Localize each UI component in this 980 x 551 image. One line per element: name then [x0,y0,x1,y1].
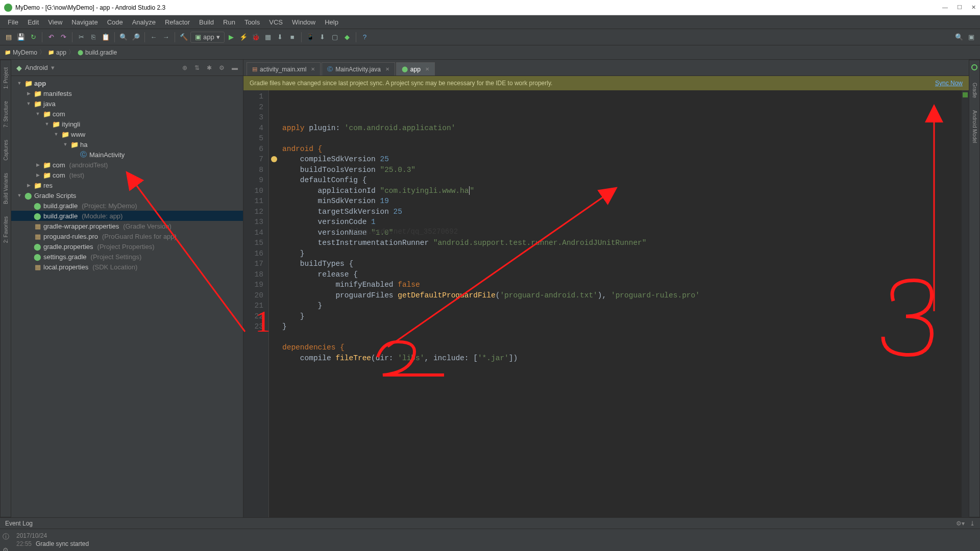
open-icon[interactable]: ▤ [3,32,14,43]
stop-icon[interactable]: ■ [287,32,298,43]
tree-node[interactable]: ▶📁com(androidTest) [11,160,243,170]
menu-window[interactable]: Window [287,16,320,28]
close-tab-icon[interactable]: ✕ [311,66,315,72]
maximize-button[interactable]: ☐ [957,4,962,11]
tree-node[interactable]: ▼📁java [11,98,243,109]
tree-node[interactable]: ⬤settings.gradle(Project Settings) [11,252,243,262]
minimize-button[interactable]: — [942,4,948,11]
copy-icon[interactable]: ⎘ [88,32,99,43]
project-tree[interactable]: ▼📁app▶📁manifests▼📁java▼📁com▼📁ityingli▼📁w… [11,76,243,517]
apply-changes-icon[interactable]: ⚡ [238,32,249,43]
hide-panel-icon[interactable]: ⤓ [970,520,975,527]
tree-node[interactable]: ⬤build.gradle(Module: app) [11,211,243,221]
left-tab-favorites[interactable]: 2: Favorites [2,213,10,246]
tree-node[interactable]: ⬤gradle.properties(Project Properties) [11,241,243,252]
tree-node[interactable]: ▼📁ha [11,139,243,149]
run-config-select[interactable]: ▣ app ▾ [190,32,225,43]
menu-vcs[interactable]: VCS [264,16,287,28]
breadcrumb-item[interactable]: 📁MyDemo [4,49,37,56]
menu-edit[interactable]: Edit [23,16,43,28]
save-icon[interactable]: 💾 [15,32,27,43]
menu-run[interactable]: Run [218,16,240,28]
menu-build[interactable]: Build [194,16,218,28]
close-button[interactable]: ✕ [971,4,976,11]
menu-code[interactable]: Code [103,16,128,28]
info-icon[interactable]: ⓘ [3,532,9,541]
target-icon[interactable]: ⊕ [182,64,187,71]
breadcrumb-item[interactable]: 📁app [47,49,66,56]
inspection-ok-icon[interactable] [963,92,968,97]
chevron-down-icon[interactable]: ▾ [51,64,55,71]
menu-file[interactable]: File [3,16,23,28]
code-text[interactable]: blog.csdn.net/qq_35270692 apply plugin: … [279,90,962,517]
tree-node[interactable]: ▦proguard-rules.pro(ProGuard Rules for a… [11,231,243,241]
project-view-select[interactable]: Android [25,64,48,71]
left-tab-structure[interactable]: 7: Structure [2,98,10,131]
tree-node[interactable]: ⒸMainActivity [11,149,243,160]
expand-arrow-icon[interactable]: ▼ [16,193,22,198]
menu-analyze[interactable]: Analyze [128,16,160,28]
debug-icon[interactable]: 🐞 [250,32,261,43]
menu-view[interactable]: View [43,16,67,28]
tree-node[interactable]: ▼📁ityingli [11,119,243,129]
gear-icon[interactable]: ⚙ [219,64,225,71]
help-icon[interactable]: ? [359,32,371,43]
tree-node[interactable]: ▼📁com [11,109,243,119]
breadcrumb-item[interactable]: ⬤build.gradle [77,49,117,56]
right-tab-android-model[interactable]: Android Model [971,107,978,146]
attach-icon[interactable]: ⬇ [275,32,286,43]
back-icon[interactable]: ← [148,32,159,43]
menu-navigate[interactable]: Navigate [67,16,102,28]
menu-refactor[interactable]: Refactor [160,16,194,28]
search-everywhere-icon[interactable]: 🔍 [953,32,965,43]
menu-tools[interactable]: Tools [240,16,264,28]
undo-icon[interactable]: ↶ [45,32,57,43]
profile-icon[interactable]: ▦ [262,32,274,43]
tree-node[interactable]: ▼📁www [11,129,243,139]
code-editor[interactable]: 1234567891011121314151617181920212223 bl… [243,90,969,517]
paste-icon[interactable]: 📋 [100,32,111,43]
tree-node[interactable]: ▦gradle-wrapper.properties(Gradle Versio… [11,221,243,231]
tree-node[interactable]: ⬤build.gradle(Project: MyDemo) [11,201,243,211]
close-tab-icon[interactable]: ✕ [425,66,429,72]
sync-now-link[interactable]: Sync Now [935,80,963,87]
gear-icon[interactable]: ⚙▾ [956,520,965,527]
expand-arrow-icon[interactable]: ▼ [35,111,41,116]
redo-icon[interactable]: ↷ [58,32,69,43]
menu-help[interactable]: Help [320,16,343,28]
intention-bulb-icon[interactable] [271,156,277,162]
editor-tab[interactable]: ⬤app✕ [396,62,435,76]
expand-arrow-icon[interactable]: ▼ [16,81,22,86]
tree-node[interactable]: ▶📁res [11,180,243,190]
expand-arrow-icon[interactable]: ▼ [26,101,32,106]
tree-node[interactable]: ▦local.properties(SDK Location) [11,262,243,272]
run-icon[interactable]: ▶ [226,32,237,43]
android-icon[interactable]: ◆ [341,32,353,43]
make-icon[interactable]: 🔨 [178,32,189,43]
gradle-sync-status-icon[interactable] [971,64,977,70]
tool-windows-icon[interactable]: ▣ [966,32,977,43]
cut-icon[interactable]: ✂ [76,32,87,43]
expand-arrow-icon[interactable]: ▼ [53,132,59,137]
expand-arrow-icon[interactable]: ▶ [35,162,41,167]
editor-tab[interactable]: ▤activity_main.xml✕ [247,62,321,76]
settings-icon[interactable]: ⚙ [3,546,9,551]
left-tab-build-variants[interactable]: Build Variants [2,170,10,207]
line-gutter[interactable]: 1234567891011121314151617181920212223 [243,90,269,517]
tree-node[interactable]: ▶📁com(test) [11,170,243,180]
sort-icon[interactable]: ⇅ [194,64,200,71]
expand-arrow-icon[interactable]: ▼ [62,142,68,147]
left-tab-captures[interactable]: Captures [2,137,10,164]
tree-node[interactable]: ▼📁app [11,78,243,88]
filter-icon[interactable]: ✱ [207,64,212,71]
avd-icon[interactable]: 📱 [305,32,316,43]
forward-icon[interactable]: → [160,32,172,43]
event-log-text[interactable]: 2017/10/2422:55Gradle sync started22:55G… [11,529,980,551]
close-tab-icon[interactable]: ✕ [385,66,389,72]
editor-tab[interactable]: ⒸMainActivity.java✕ [322,62,395,76]
sync-icon[interactable]: ↻ [28,32,39,43]
replace-icon[interactable]: 🔎 [130,32,141,43]
find-icon[interactable]: 🔍 [118,32,129,43]
expand-arrow-icon[interactable]: ▶ [26,91,32,96]
sdk-icon[interactable]: ⬇ [317,32,328,43]
